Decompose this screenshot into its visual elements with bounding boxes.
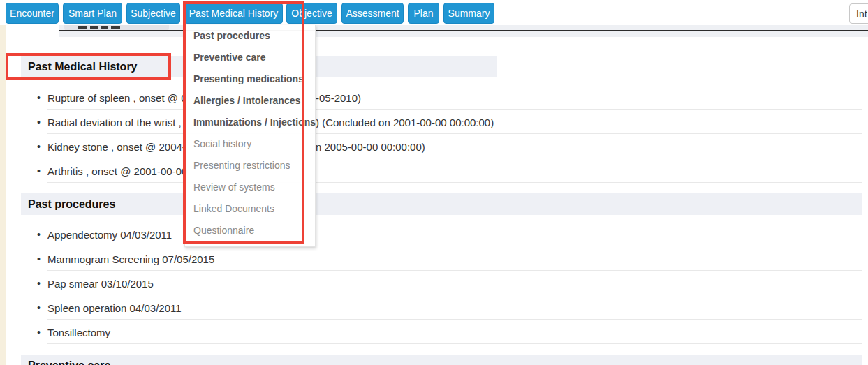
dropdown-bottom-rule <box>193 241 316 241</box>
list-item: Tonsillectomy <box>21 320 862 344</box>
row-divider <box>47 182 862 183</box>
nav-button-encounter[interactable]: Encounter <box>6 3 59 24</box>
nav-button-summary[interactable]: Summary <box>443 3 494 24</box>
past-medical-history-list: Rupture of spleen , onset @ 0 -05-2010) … <box>21 85 862 183</box>
list-item: Appendectomy 04/03/2011 <box>21 222 862 246</box>
nav-button-label: Summary <box>448 8 490 19</box>
dropdown-item-review-of-systems[interactable]: Review of systems <box>185 177 315 198</box>
clipped-text-mark <box>111 26 120 29</box>
left-edge-strip <box>0 25 6 365</box>
bullet-icon <box>37 141 41 152</box>
nav-button-overflow-int[interactable]: Int <box>849 3 868 24</box>
nav-button-label: Int <box>856 8 867 20</box>
dropdown-item-presenting-restrictions[interactable]: Presenting restrictions <box>185 155 315 177</box>
dropdown-item-past-procedures[interactable]: Past procedures <box>185 25 315 47</box>
list-item-text: Pap smear 03/10/2015 <box>47 277 154 289</box>
dropdown-item-social-history[interactable]: Social history <box>185 133 315 155</box>
list-item-text: Rupture of spleen , onset @ 0 <box>47 91 187 103</box>
list-item: Mammogram Screening 07/05/2015 <box>21 246 862 271</box>
row-divider <box>47 343 862 344</box>
clipped-text-mark <box>78 26 87 29</box>
nav-button-label: Objective <box>291 8 332 19</box>
list-item-text: Kidney stone , onset @ 2004- <box>47 140 186 152</box>
app-window: Encounter Smart Plan Subjective Past Med… <box>0 0 868 365</box>
list-item: Rupture of spleen , onset @ 0 -05-2010) <box>21 85 862 110</box>
bullet-icon <box>37 327 41 338</box>
list-item-text: Appendectomy 04/03/2011 <box>47 228 172 240</box>
nav-button-past-medical-history[interactable]: Past Medical History <box>184 3 283 24</box>
dropdown-item-linked-documents[interactable]: Linked Documents <box>185 198 315 220</box>
section-header-preventive-care: Preventive care <box>21 355 862 365</box>
dropdown-item-preventive-care[interactable]: Preventive care <box>185 47 315 68</box>
nav-button-smart-plan[interactable]: Smart Plan <box>63 3 122 24</box>
nav-button-objective[interactable]: Objective <box>286 3 337 24</box>
bullet-icon <box>37 117 41 128</box>
nav-button-label: Subjective <box>131 8 176 19</box>
past-procedures-list: Appendectomy 04/03/2011 Mammogram Screen… <box>21 222 862 344</box>
bullet-icon <box>37 165 41 177</box>
bullet-icon <box>37 253 41 265</box>
bullet-icon <box>37 92 41 103</box>
list-item: Pap smear 03/10/2015 <box>21 271 862 295</box>
list-item-text: ) (Concluded on 2001-00-00 00:00:00) <box>316 116 494 128</box>
dropdown-item-questionnaire[interactable]: Questionnaire <box>185 220 315 241</box>
dropdown-item-immunizations-injections[interactable]: Immunizations / Injections <box>185 112 315 133</box>
list-item-text: Tonsillectomy <box>47 326 110 338</box>
list-item: Spleen operation 04/03/2011 <box>21 295 862 320</box>
past-medical-history-dropdown: Past procedures Preventive care Presenti… <box>184 25 316 247</box>
dropdown-item-allergies-intolerances[interactable]: Allergies / Intolerances <box>185 90 315 112</box>
bullet-icon <box>37 302 41 313</box>
clipped-text-mark <box>101 26 108 29</box>
list-item: Arthritis , onset @ 2001-00-00 <box>21 158 862 183</box>
list-item: Kidney stone , onset @ 2004- n 2005-00-0… <box>21 134 862 158</box>
clipped-text-mark <box>90 26 98 29</box>
list-item-text: n 2005-00-00 00:00:00) <box>316 140 425 152</box>
bullet-icon <box>37 229 41 240</box>
nav-button-assessment[interactable]: Assessment <box>341 3 404 24</box>
nav-button-label: Past Medical History <box>189 8 279 19</box>
section-header-past-procedures: Past procedures <box>21 193 862 215</box>
list-item-text: Mammogram Screening 07/05/2015 <box>47 253 214 265</box>
list-item-text: Spleen operation 04/03/2011 <box>47 301 182 313</box>
panel-top-border <box>59 30 868 31</box>
bullet-icon <box>37 278 41 289</box>
list-item-text: -05-2010) <box>316 91 361 103</box>
nav-button-label: Smart Plan <box>68 8 117 19</box>
nav-button-plan[interactable]: Plan <box>408 3 439 24</box>
nav-button-label: Assessment <box>346 8 399 19</box>
list-item-text: Arthritis , onset @ 2001-00-00 <box>47 165 187 177</box>
list-item-text: Radial deviation of the wrist , <box>47 116 182 128</box>
list-item: Radial deviation of the wrist , ) (Concl… <box>21 110 862 134</box>
nav-button-label: Encounter <box>10 8 54 19</box>
nav-button-subjective[interactable]: Subjective <box>126 3 180 24</box>
dropdown-item-presenting-medications[interactable]: Presenting medications <box>185 68 315 90</box>
nav-button-label: Plan <box>413 8 433 19</box>
